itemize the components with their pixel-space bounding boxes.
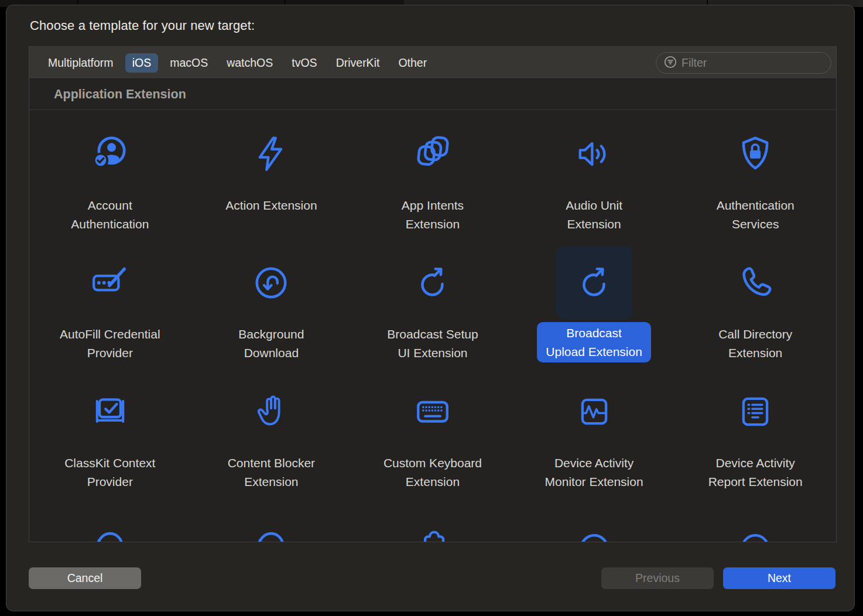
template-icon-box [556, 117, 632, 190]
platform-tabs: MultiplatformiOSmacOSwatchOStvOSDriverKi… [29, 53, 434, 73]
app-intents-icon [413, 135, 452, 173]
template-icon-box [395, 246, 471, 319]
template-icon-box [556, 375, 632, 448]
custom-keyboard-icon [413, 392, 452, 431]
filter-icon [663, 55, 677, 71]
template-item-partial[interactable] [29, 504, 191, 542]
template-item[interactable]: ClassKit Context Provider [29, 375, 191, 504]
template-item[interactable]: Action Extension [191, 117, 352, 246]
template-icon-box [717, 246, 793, 319]
arc-arrow-icon [252, 521, 290, 542]
template-icon-box [556, 504, 632, 542]
template-label: Custom Keyboard Extension [383, 454, 482, 491]
template-item-partial[interactable] [674, 504, 836, 542]
template-item[interactable]: Call Directory Extension [674, 246, 836, 375]
device-activity-report-icon [736, 392, 775, 431]
template-label: App Intents Extension [402, 196, 464, 233]
template-item[interactable]: Background Download [191, 246, 352, 375]
template-label: Authentication Services [717, 196, 794, 233]
audio-unit-icon [575, 135, 614, 173]
template-item-partial[interactable] [352, 504, 513, 542]
template-label: Device Activity Monitor Extension [545, 454, 643, 491]
tab-other[interactable]: Other [391, 53, 434, 73]
tab-ios[interactable]: iOS [125, 53, 159, 73]
template-item[interactable]: Authentication Services [674, 117, 836, 246]
template-icon-box [233, 375, 309, 448]
classkit-icon [91, 392, 129, 431]
slashed-circle-icon [736, 521, 775, 542]
call-directory-icon [736, 263, 775, 302]
template-item[interactable]: Device Activity Monitor Extension [513, 375, 675, 504]
template-label: Content Blocker Extension [228, 454, 315, 491]
arc-arrow-icon [91, 521, 129, 542]
template-icon-box [233, 246, 309, 319]
template-icon-box [72, 375, 148, 448]
circle-icon [575, 521, 614, 542]
account-authentication-icon [91, 135, 129, 173]
template-icon-box [717, 375, 793, 448]
template-chooser-panel: MultiplatformiOSmacOSwatchOStvOSDriverKi… [29, 46, 837, 542]
template-label: Background Download [238, 325, 304, 362]
section-header-label: Application Extension [54, 87, 186, 102]
template-label: ClassKit Context Provider [64, 454, 155, 491]
previous-button[interactable]: Previous [601, 567, 714, 589]
puzzle-piece-icon [413, 521, 452, 542]
cancel-button[interactable]: Cancel [29, 567, 141, 589]
next-button[interactable]: Next [723, 567, 835, 589]
filter-input[interactable] [682, 56, 824, 70]
dialog-title: Choose a template for your new target: [30, 18, 255, 33]
action-extension-icon [252, 135, 290, 173]
background-download-icon [252, 263, 290, 302]
section-header: Application Extension [29, 79, 836, 110]
authentication-services-icon [736, 135, 775, 173]
template-label: Device Activity Report Extension [708, 454, 803, 491]
template-icon-box [717, 504, 793, 542]
template-label: Broadcast Setup UI Extension [387, 325, 478, 362]
template-label: Audio Unit Extension [566, 196, 622, 233]
broadcast-upload-icon [575, 263, 614, 302]
template-grid: Account Authentication Action Extension … [29, 110, 836, 542]
template-label: AutoFill Credential Provider [60, 325, 160, 362]
new-target-dialog: Choose a template for your new target: M… [6, 5, 855, 611]
template-item[interactable]: Content Blocker Extension [191, 375, 352, 504]
tab-multiplatform[interactable]: Multiplatform [41, 53, 121, 73]
tab-macos[interactable]: macOS [163, 53, 215, 73]
filter-field[interactable] [656, 52, 831, 74]
template-item[interactable]: Device Activity Report Extension [674, 375, 836, 504]
template-icon-box [717, 117, 793, 190]
template-item[interactable]: Custom Keyboard Extension [352, 375, 513, 504]
template-item[interactable]: Audio Unit Extension [513, 117, 675, 246]
tab-driverkit[interactable]: DriverKit [329, 53, 387, 73]
content-blocker-icon [252, 392, 290, 431]
template-icon-box [395, 375, 471, 448]
tab-tvos[interactable]: tvOS [285, 53, 324, 73]
platform-tabbar: MultiplatformiOSmacOSwatchOStvOSDriverKi… [29, 47, 836, 79]
template-item[interactable]: Account Authentication [29, 117, 191, 246]
template-label: Call Directory Extension [718, 325, 792, 362]
template-item[interactable]: Broadcast Setup UI Extension [352, 246, 513, 375]
template-icon-box [72, 504, 148, 542]
template-icon-box [233, 504, 309, 542]
template-item-partial[interactable] [191, 504, 352, 542]
template-icon-box [72, 246, 148, 319]
template-item-partial[interactable] [513, 504, 675, 542]
template-label: Action Extension [225, 196, 317, 215]
autofill-credential-icon [91, 263, 129, 302]
template-label: Broadcast Upload Extension [537, 322, 651, 362]
tab-watchos[interactable]: watchOS [220, 53, 280, 73]
device-activity-monitor-icon [575, 392, 614, 431]
template-icon-box [72, 117, 148, 190]
template-icon-box [556, 246, 632, 319]
template-label: Account Authentication [71, 196, 149, 233]
template-icon-box [395, 504, 471, 542]
template-icon-box [395, 117, 471, 190]
broadcast-setup-icon [413, 263, 452, 302]
template-item[interactable]: Broadcast Upload Extension [513, 246, 675, 375]
template-icon-box [233, 117, 309, 190]
template-item[interactable]: App Intents Extension [352, 117, 513, 246]
template-item[interactable]: AutoFill Credential Provider [29, 246, 191, 375]
